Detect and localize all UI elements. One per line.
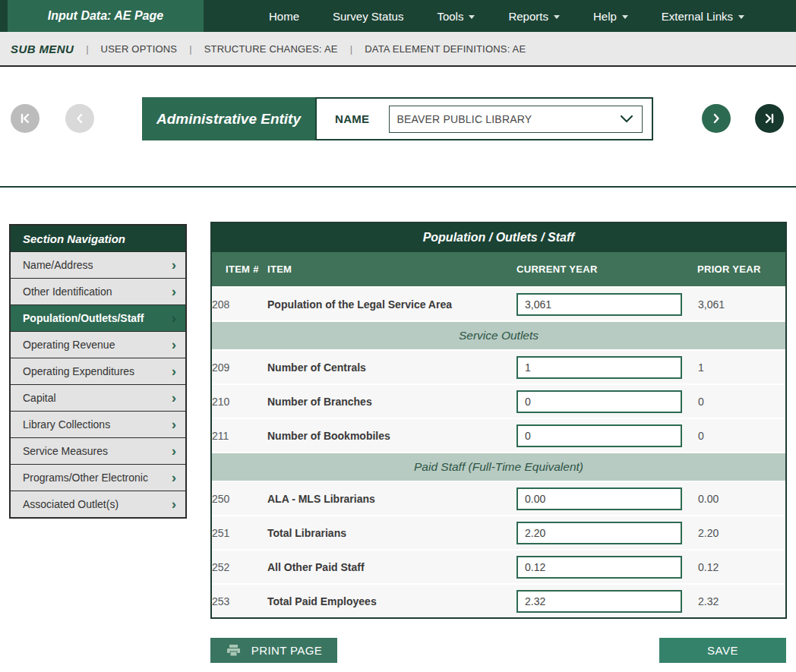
printer-icon [226,644,242,658]
current-year-input[interactable] [516,590,682,613]
prior-year-value: 0.12 [697,561,785,573]
column-header-item-number: ITEM # [212,263,267,275]
nav-menu-item[interactable]: Reports [508,10,560,23]
chevron-right-icon: › [172,284,176,298]
column-header-item: ITEM [267,263,516,275]
separator: | [350,43,352,55]
current-year-input[interactable] [516,293,682,316]
sidebar-item[interactable]: Operating Revenue › [11,331,185,358]
entity-name-select[interactable]: BEAVER PUBLIC LIBRARY [389,106,643,133]
table-row: 253 Total Paid Employees 2.32 [212,583,785,617]
sidebar-item[interactable]: Associated Outlet(s) › [11,491,185,517]
sidebar-item[interactable]: Population/Outlets/Staff › [11,304,185,331]
submenu-link[interactable]: USER OPTIONS [101,43,178,55]
prior-year-value: 2.20 [697,527,785,539]
top-nav-bar: Input Data: AE Page Home Survey Status T… [0,0,796,32]
submenu-link[interactable]: STRUCTURE CHANGES: AE [204,43,338,55]
sidebar-item[interactable]: Programs/Other Electronic › [11,464,185,491]
current-year-input[interactable] [516,390,682,413]
current-year-input[interactable] [516,522,682,544]
save-button[interactable]: SAVE [659,638,786,663]
item-label: Population of the Legal Service Area [267,298,516,311]
nav-item-label: Home [269,10,299,23]
item-number: 250 [212,493,267,505]
previous-record-button[interactable] [65,104,94,133]
first-record-button[interactable] [11,104,39,133]
caret-down-icon [622,15,628,19]
nav-menu-item[interactable]: Tools [437,10,475,23]
current-year-input[interactable] [516,356,682,379]
selected-entity-name: BEAVER PUBLIC LIBRARY [396,113,619,125]
separator: | [189,43,191,55]
table-row: 250 ALA - MLS Librarians 0.00 [212,481,785,515]
entity-type-label: Administrative Entity [142,97,315,140]
table-row: 252 All Other Paid Staff 0.12 [212,549,785,583]
next-record-button[interactable] [702,104,731,133]
sidebar-item[interactable]: Capital › [11,384,185,411]
chevron-down-icon [619,115,634,124]
sidebar-item-label: Service Measures [23,445,172,457]
sidebar-title: Section Navigation [11,226,185,251]
chevron-right-icon: › [172,417,176,431]
caret-down-icon [738,15,744,19]
sidebar-item-label: Population/Outlets/Staff [23,312,172,324]
sidebar-item[interactable]: Name/Address › [11,251,185,278]
prior-year-value: 0 [697,396,785,408]
item-label: ALA - MLS Librarians [267,493,516,505]
prior-year-value: 3,061 [697,298,785,311]
current-year-input[interactable] [516,556,682,579]
sidebar-item[interactable]: Operating Expenditures › [11,358,185,384]
nav-menu-item[interactable]: Help [593,10,628,23]
item-label: Total Librarians [267,527,516,539]
item-number: 208 [212,298,267,311]
tab-input-data-ae-page[interactable]: Input Data: AE Page [8,0,204,32]
table-section-header: Paid Staff (Full-Time Equivalent) [212,452,785,481]
table-title: Population / Outlets / Staff [212,223,785,252]
nav-menu-item[interactable]: External Links [662,10,744,23]
table-row: 211 Number of Bookmobiles 0 [212,418,785,452]
item-number: 211 [212,430,267,442]
chevron-right-icon [708,110,725,127]
sidebar-item-label: Name/Address [23,259,172,271]
last-record-button[interactable] [755,104,784,133]
table-body: 208 Population of the Legal Service Area… [212,286,785,617]
first-page-icon [17,110,33,127]
sidebar-item-label: Operating Revenue [23,339,172,351]
current-year-input[interactable] [516,487,682,510]
separator: | [86,43,88,55]
sidebar-item[interactable]: Library Collections › [11,411,185,437]
section-navigation-sidebar: Section Navigation Name/Address › Other … [9,224,187,519]
item-label: Number of Branches [267,396,516,408]
last-page-icon [761,110,778,127]
chevron-right-icon: › [172,470,176,484]
nav-item-label: Help [593,10,617,23]
item-label: Number of Bookmobiles [267,430,516,442]
prior-year-value: 0 [697,430,785,442]
chevron-right-icon: › [172,257,176,272]
sidebar-item-label: Operating Expenditures [23,365,172,377]
submenu-link[interactable]: DATA ELEMENT DEFINITIONS: AE [365,43,526,55]
prior-year-value: 0.00 [697,493,785,505]
chevron-right-icon: › [172,364,176,378]
chevron-right-icon: › [172,390,176,405]
sidebar-items: Name/Address › Other Identification › Po… [11,251,185,517]
table-row: 209 Number of Centrals 1 [212,349,785,383]
sidebar-item[interactable]: Service Measures › [11,437,185,464]
chevron-right-icon: › [172,311,176,325]
sidebar-item[interactable]: Other Identification › [11,278,185,304]
column-header-current-year: CURRENT YEAR [516,263,697,275]
nav-menu-item[interactable]: Survey Status [333,10,403,23]
nav-menu-item[interactable]: Home [269,10,299,23]
sub-menu-bar: SUB MENU | USER OPTIONS | STRUCTURE CHAN… [0,32,796,67]
item-number: 210 [212,396,267,408]
print-page-button[interactable]: PRINT PAGE [210,638,337,663]
current-year-input[interactable] [516,424,682,447]
caret-down-icon [554,15,560,19]
item-number: 251 [212,527,267,539]
chevron-right-icon: › [172,337,176,352]
chevron-right-icon: › [172,497,176,511]
nav-item-label: External Links [662,10,733,23]
table-row: 208 Population of the Legal Service Area… [212,286,785,320]
submenu-links: | USER OPTIONS | STRUCTURE CHANGES: AE |… [74,43,526,55]
sidebar-item-label: Programs/Other Electronic [23,472,172,484]
